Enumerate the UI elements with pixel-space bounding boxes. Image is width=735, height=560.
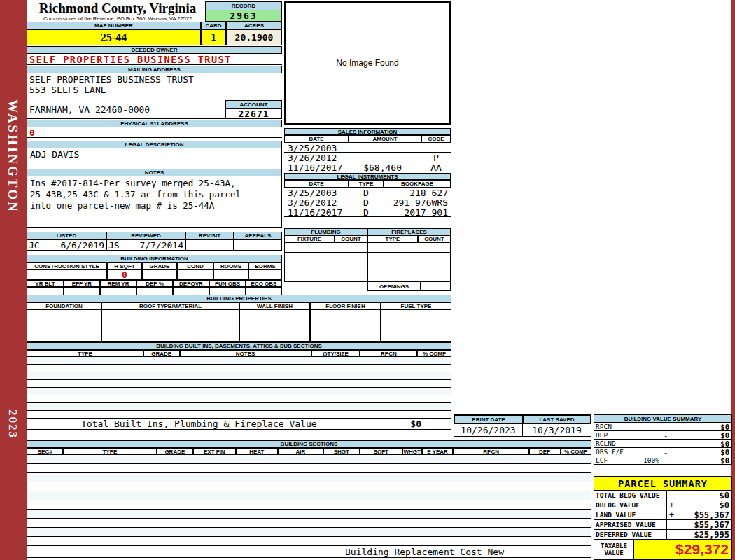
construction-style-header: CONSTRUCTION STYLE [27, 262, 107, 270]
deeded-owner-label: DEEDED OWNER [27, 46, 282, 54]
acres-label: ACRES [226, 22, 282, 29]
parcel-op: + [669, 500, 674, 510]
fireplaces-table: FIREPLACES TYPE COUNT OPENINGS [368, 228, 451, 291]
bs-rpcn-header: RPCN [453, 448, 529, 455]
card-label: CARD [201, 22, 226, 29]
remyr-header: REM YR [100, 280, 136, 287]
bdrms-header: BDRMS [248, 262, 282, 270]
bi-notes-header: NOTES [180, 350, 312, 357]
sales-amount-header: AMOUNT [349, 135, 421, 143]
bvs-value: $0 [720, 440, 729, 448]
bs-comp-header: % COMP [561, 448, 592, 455]
foundation-header: FOUNDATION [27, 302, 102, 310]
bs-heat-header: HEAT [236, 448, 279, 455]
bvs-title: BUILDING VALUE SUMMARY [594, 414, 732, 423]
yrblt-header: YR BLT [27, 280, 64, 287]
built-ins-empty-rows [27, 357, 451, 419]
notes-label: NOTES [27, 169, 282, 176]
record-label: RECORD [205, 1, 282, 10]
acres-value: 20.1900 [226, 29, 282, 46]
fireplace-row [368, 253, 451, 262]
built-ins-section: BUILDING BUILT INS, BASEMENTS, ATTICS & … [27, 342, 451, 430]
sales-information: SALES INFORMATION DATE AMOUNT CODE 3/25/… [284, 128, 451, 172]
fuel-type-header: FUEL TYPE [381, 302, 451, 310]
depovr-header: DEPOVR [173, 280, 209, 287]
last-saved-value: 10/3/2019 [523, 424, 591, 436]
cond-value [177, 270, 214, 280]
foundation-value [27, 310, 102, 342]
fireplace-row [368, 262, 451, 272]
bs-sec-header: SEC# [27, 448, 63, 455]
bi-rpcn-header: RPCN [360, 350, 417, 357]
bs-eyear-header: E YEAR [422, 448, 453, 455]
construction-style-value [27, 270, 107, 280]
bvs-label: RPCN [596, 423, 612, 430]
built-ins-total-label: Total Built Ins, Plumbing & Fireplace Va… [81, 419, 317, 429]
physical-address-label: PHYSICAL 911 ADDRESS [27, 120, 282, 127]
rooms-header: ROOMS [214, 262, 248, 270]
plumbing-row [284, 253, 368, 262]
bvs-label: OBS F/E [596, 448, 624, 456]
account-box: ACCOUNT 22671 [225, 100, 282, 119]
taxable-value: $29,372 [634, 540, 732, 560]
sales-code-header: CODE [421, 135, 451, 143]
bvs-op: - [664, 448, 668, 456]
plumbing-row [284, 243, 368, 253]
bvs-value: $0 [720, 456, 729, 465]
notes-block: Ins #2017-814-Per survey merged 25-43A, … [27, 176, 282, 227]
review-table: LISTED REVIEWED REVISIT APPEALS JC 6/6/2… [27, 232, 282, 251]
hsqft-value: 0 [107, 270, 142, 280]
bs-grade-header: GRADE [157, 448, 193, 455]
bvs-row: DEP -$0 [594, 431, 732, 440]
plumbing-table: PLUMBING FIXTURE COUNT [284, 228, 368, 291]
reviewed-header: REVIEWED [106, 232, 186, 239]
listed-date: 6/6/2019 [60, 240, 104, 251]
grade-header: GRADE [142, 262, 177, 270]
reviewed-date: 7/7/2014 [139, 240, 183, 251]
wall-finish-header: WALL FINISH [239, 302, 310, 310]
bvs-row: RPCN $0 [594, 423, 732, 431]
bvs-value: $0 [720, 423, 729, 431]
map-number-value: 25-44 [27, 29, 201, 46]
building-properties-title: BUILDING PROPERTIES [27, 295, 451, 302]
parcel-value: $25,995 [694, 530, 729, 540]
bvs-pct: 100% [643, 456, 659, 464]
roof-value [102, 310, 239, 342]
building-properties: BUILDING PROPERTIES FOUNDATION ROOF TYPE… [27, 295, 451, 342]
parcel-row: TOTAL BLDG VALUE $0 [594, 491, 732, 500]
openings-label: OPENINGS [368, 282, 421, 291]
grade-value [142, 270, 177, 280]
bi-type-header: TYPE [27, 350, 144, 357]
instrument-row: 3/25/2003 D 218 627 [284, 188, 451, 197]
fireplace-type-header: TYPE [368, 235, 418, 243]
floor-finish-value [310, 310, 381, 342]
bs-whgt-header: WHGT [402, 448, 422, 455]
instrument-row: 11/16/2017 D 2017 901 [284, 207, 451, 217]
roof-header: ROOF TYPE/MATERIAL [102, 302, 239, 310]
floor-finish-header: FLOOR FINISH [310, 302, 381, 310]
revisit-header: REVISIT [186, 232, 234, 239]
deeded-owner-value: SELF PROPERTIES BUSINESS TRUST [27, 54, 282, 65]
parcel-op: - [669, 530, 674, 540]
bs-extfin-header: EXT FIN [193, 448, 236, 455]
plumbing-count-header: COUNT [335, 235, 368, 243]
instr-bookpage-header: BOOKPAGE [384, 180, 451, 188]
taxable-label-line2: VALUE [604, 550, 623, 556]
bvs-row: LCF100% $0 [594, 456, 732, 465]
building-sections: BUILDING SECTIONS SEC# TYPE GRADE EXT FI… [27, 440, 592, 558]
bi-qty-header: QTY/SIZE [312, 350, 360, 357]
bvs-row: RCLND $0 [594, 440, 732, 448]
legal-instruments: LEGAL INSTRUMENTS DATE TYPE BOOKPAGE 3/2… [284, 173, 451, 225]
bvs-label: RCLND [596, 440, 616, 447]
parcel-row: OBLDG VALUE +$0 [594, 500, 732, 510]
bvs-label: DEP [596, 431, 608, 439]
bdrms-value [248, 270, 282, 280]
bvs-label: LCF [596, 456, 608, 464]
parcel-value: $55,367 [694, 520, 729, 530]
hsqft-header: H SQFT [107, 262, 142, 270]
deppct-header: DEP % [136, 280, 173, 287]
building-information: BUILDING INFORMATION CONSTRUCTION STYLE … [27, 255, 282, 297]
parcel-label: APPRAISED VALUE [594, 520, 667, 530]
parcel-label: TOTAL BLDG VALUE [594, 491, 667, 500]
county-header: Richmond County, Virginia Commissioner o… [31, 1, 204, 22]
